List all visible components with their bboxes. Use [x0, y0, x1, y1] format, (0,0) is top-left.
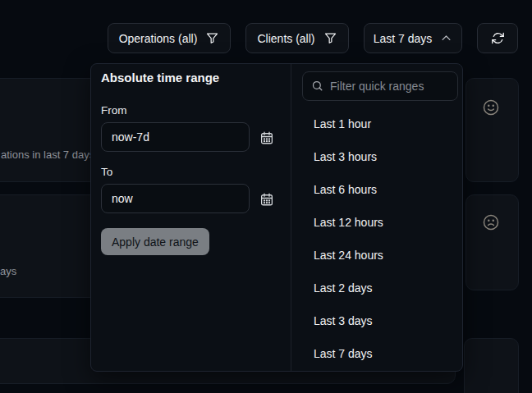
- quick-ranges-list: Last 1 hour Last 3 hours Last 6 hours La…: [291, 107, 462, 370]
- background-card-row2-right: [466, 194, 519, 290]
- apply-date-range-button[interactable]: Apply date range: [101, 228, 209, 255]
- to-calendar-button[interactable]: [259, 192, 274, 207]
- absolute-range-heading: Absolute time range: [101, 71, 219, 85]
- quick-range-option-last-6-hours[interactable]: Last 6 hours: [291, 173, 462, 206]
- quick-range-option-last-3-hours[interactable]: Last 3 hours: [291, 140, 462, 173]
- card-caption-fragment: ays: [0, 265, 16, 277]
- quick-range-option-last-12-hours[interactable]: Last 12 hours: [291, 206, 462, 239]
- time-range-picker-panel: Absolute time range From To: [90, 63, 463, 372]
- time-range-label: Last 7 days: [374, 32, 433, 45]
- from-label: From: [101, 104, 127, 117]
- operations-filter-label: Operations (all): [119, 32, 198, 45]
- chevron-up-icon: [440, 32, 452, 44]
- clients-filter-button[interactable]: Clients (all): [245, 23, 349, 53]
- to-input[interactable]: [101, 184, 250, 213]
- funnel-icon: [205, 31, 219, 45]
- refresh-icon: [491, 31, 505, 45]
- operations-filter-button[interactable]: Operations (all): [108, 23, 231, 53]
- quick-range-option-last-2-days[interactable]: Last 2 days: [291, 272, 462, 304]
- background-card-row3-right: [464, 338, 519, 393]
- clients-filter-label: Clients (all): [257, 32, 314, 45]
- to-label: To: [101, 166, 112, 178]
- smiley-happy-icon: [482, 98, 500, 117]
- from-input[interactable]: [101, 122, 250, 152]
- time-range-dropdown-button[interactable]: Last 7 days: [364, 23, 462, 53]
- quick-range-option-last-1-hour[interactable]: Last 1 hour: [291, 107, 462, 140]
- absolute-time-range-pane: Absolute time range From To: [91, 64, 291, 371]
- funnel-icon: [323, 31, 337, 45]
- card-caption-fragment: ations in last 7 days: [1, 149, 94, 161]
- dashboard-screen: ations in last 7 days ays Operations (al…: [0, 0, 532, 393]
- quick-range-option-last-3-days[interactable]: Last 3 days: [291, 304, 462, 337]
- from-calendar-button[interactable]: [259, 130, 274, 145]
- refresh-button[interactable]: [477, 23, 518, 53]
- background-card-row1-right: [466, 78, 519, 182]
- filter-quick-ranges-input[interactable]: [302, 71, 458, 101]
- quick-range-search: [302, 71, 458, 101]
- search-icon: [311, 80, 323, 92]
- quick-range-option-last-24-hours[interactable]: Last 24 hours: [291, 239, 462, 272]
- quick-range-option-last-7-days[interactable]: Last 7 days: [291, 337, 462, 370]
- smiley-sad-icon: [482, 213, 500, 231]
- quick-ranges-pane: Last 1 hour Last 3 hours Last 6 hours La…: [291, 64, 462, 371]
